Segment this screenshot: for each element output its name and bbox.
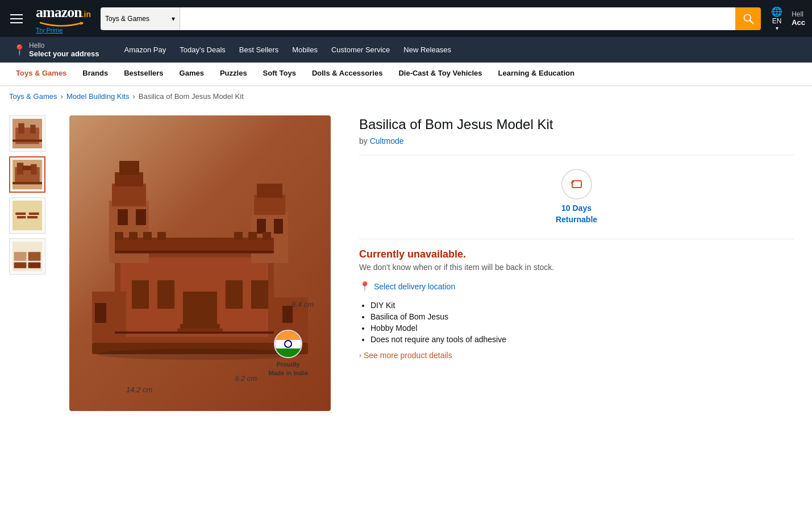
bullet-3: Hobby Model xyxy=(370,323,794,333)
flag-orange-stripe xyxy=(275,331,301,339)
cat-nav-learning[interactable]: Learning & Education xyxy=(490,63,582,85)
search-button[interactable] xyxy=(735,7,761,30)
svg-rect-27 xyxy=(132,280,149,309)
svg-rect-57 xyxy=(115,251,274,253)
india-flag-icon xyxy=(274,330,302,358)
dimension-height-label: 8.4 cm xyxy=(292,300,314,309)
svg-rect-40 xyxy=(257,184,282,198)
hamburger-line-2 xyxy=(10,18,23,19)
logo-text: amazon xyxy=(36,4,82,21)
thumbnail-3[interactable] xyxy=(9,197,45,234)
nav-link-todays-deals[interactable]: Today's Deals xyxy=(173,41,232,58)
cat-nav-diecast[interactable]: Die-Cast & Toy Vehicles xyxy=(390,63,490,85)
cat-nav-dolls[interactable]: Dolls & Accessories xyxy=(304,63,391,85)
svg-rect-49 xyxy=(248,232,257,240)
location-hello: Hello xyxy=(29,41,99,49)
dimension-depth-label: 9.2 cm xyxy=(235,374,257,383)
product-bullets: DIY Kit Basilica of Bom Jesus Hobby Mode… xyxy=(359,301,794,344)
svg-rect-7 xyxy=(13,139,42,142)
unavailable-section: Currently unavailable. We don't know whe… xyxy=(359,248,794,272)
svg-rect-14 xyxy=(13,201,42,230)
svg-rect-36 xyxy=(118,209,128,225)
search-bar: Toys & Games ▾ xyxy=(101,7,761,30)
globe-icon: 🌐 xyxy=(771,6,782,17)
search-category-arrow-icon: ▾ xyxy=(172,15,175,23)
language-label: EN xyxy=(772,17,782,25)
brand-link[interactable]: Cultmode xyxy=(370,136,404,146)
logo-suffix: .in xyxy=(82,10,91,19)
cat-nav-games[interactable]: Games xyxy=(172,63,212,85)
svg-rect-20 xyxy=(14,252,27,261)
hamburger-line-1 xyxy=(10,14,23,15)
search-category-label: Toys & Games xyxy=(105,15,149,23)
india-badge: Proudly Made in India xyxy=(268,330,308,377)
svg-rect-33 xyxy=(112,184,146,206)
search-input[interactable] xyxy=(180,7,735,30)
location-selector[interactable]: 📍 Hello Select your address xyxy=(8,39,105,61)
product-title: Basilica of Bom Jesus Model Kit xyxy=(359,115,794,133)
header: amazon.in Try Prime Toys & Games ▾ 🌐 EN … xyxy=(0,0,812,37)
see-more-link[interactable]: › See more product details xyxy=(359,351,794,360)
thumbnail-4[interactable] xyxy=(9,238,45,275)
svg-rect-39 xyxy=(254,195,285,215)
delivery-pin-icon: 📍 xyxy=(359,281,370,292)
svg-rect-6 xyxy=(30,124,35,134)
svg-rect-58 xyxy=(115,331,274,334)
try-prime-link[interactable]: Try Prime xyxy=(36,27,63,34)
dimension-width-label: 14.2 cm xyxy=(126,385,152,394)
svg-rect-21 xyxy=(28,252,41,261)
svg-rect-12 xyxy=(23,165,31,170)
cat-nav-toys-games[interactable]: Toys & Games xyxy=(8,63,74,85)
svg-marker-0 xyxy=(80,22,84,25)
account-greeting: Hell xyxy=(792,10,805,18)
unavailable-title: Currently unavailable. xyxy=(359,248,794,260)
delivery-location-link[interactable]: 📍 Select delivery location xyxy=(359,281,794,292)
india-badge-text: Proudly Made in India xyxy=(268,360,308,377)
nav-link-new-releases[interactable]: New Releases xyxy=(397,41,457,58)
thumbnail-1[interactable] xyxy=(9,115,45,152)
logo-smile-icon xyxy=(36,21,87,27)
svg-rect-28 xyxy=(157,280,174,309)
account-menu[interactable]: Hell Acc xyxy=(792,10,805,27)
svg-rect-45 xyxy=(129,232,138,240)
svg-rect-22 xyxy=(14,262,27,268)
hamburger-button[interactable] xyxy=(7,12,26,26)
svg-rect-46 xyxy=(143,232,152,240)
svg-rect-50 xyxy=(263,232,271,240)
see-more-chevron-icon: › xyxy=(359,351,361,359)
breadcrumb-link-toys-games[interactable]: Toys & Games xyxy=(9,92,57,101)
breadcrumb-separator-1: › xyxy=(61,92,63,101)
cat-nav-soft-toys[interactable]: Soft Toys xyxy=(255,63,304,85)
flag-green-stripe xyxy=(275,348,301,357)
thumbnail-3-image xyxy=(13,201,42,230)
svg-rect-10 xyxy=(17,163,23,175)
header-right: 🌐 EN ▾ Hell Acc xyxy=(771,6,805,31)
nav-links: Amazon Pay Today's Deals Best Sellers Mo… xyxy=(118,41,804,58)
product-main-image[interactable]: 8.4 cm 14.2 cm 9.2 cm Proudly Made in In… xyxy=(69,115,331,411)
thumbnail-column xyxy=(9,115,50,411)
cat-nav-bestsellers[interactable]: Bestsellers xyxy=(116,63,171,85)
ashoka-chakra-icon xyxy=(284,340,292,348)
breadcrumb-link-model-kits[interactable]: Model Building Kits xyxy=(66,92,130,101)
language-selector[interactable]: 🌐 EN ▾ xyxy=(771,6,782,31)
flag-white-stripe xyxy=(275,340,301,348)
divider-2 xyxy=(359,239,794,239)
return-text: 10 Days Returnable xyxy=(556,203,597,225)
cat-nav-brands[interactable]: Brands xyxy=(74,63,116,85)
nav-link-best-sellers[interactable]: Best Sellers xyxy=(233,41,285,58)
amazon-logo[interactable]: amazon.in Try Prime xyxy=(32,1,95,36)
navigation-bar: 📍 Hello Select your address Amazon Pay T… xyxy=(0,37,812,63)
delivery-link-label: Select delivery location xyxy=(374,282,455,291)
svg-line-2 xyxy=(749,20,753,23)
category-nav: Toys & Games Brands Bestsellers Games Pu… xyxy=(0,63,812,86)
nav-link-customer-service[interactable]: Customer Service xyxy=(325,41,396,58)
svg-rect-41 xyxy=(257,219,266,234)
product-page: 8.4 cm 14.2 cm 9.2 cm Proudly Made in In… xyxy=(0,106,812,420)
thumbnail-2[interactable] xyxy=(9,156,45,193)
nav-link-mobiles[interactable]: Mobiles xyxy=(286,41,324,58)
nav-link-amazon-pay[interactable]: Amazon Pay xyxy=(118,41,173,58)
svg-rect-18 xyxy=(27,216,38,218)
svg-rect-54 xyxy=(95,303,106,323)
search-category-selector[interactable]: Toys & Games ▾ xyxy=(101,7,180,30)
cat-nav-puzzles[interactable]: Puzzles xyxy=(212,63,255,85)
